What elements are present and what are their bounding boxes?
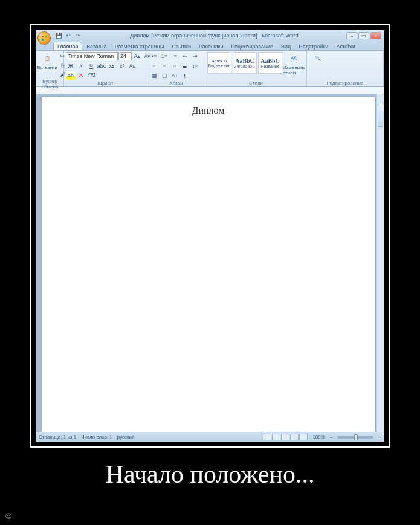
- maximize-button[interactable]: ▭: [358, 32, 369, 39]
- change-styles-icon: Ꜳ: [288, 52, 300, 64]
- tab-references[interactable]: Ссылки: [168, 42, 195, 50]
- tab-mailings[interactable]: Рассылки: [195, 42, 227, 50]
- italic-button[interactable]: К: [76, 62, 86, 70]
- style-name: Заголово...: [234, 64, 256, 68]
- group-clipboard-label: Буфер обмена: [38, 79, 62, 90]
- editing-button[interactable]: 🔍: [309, 52, 327, 64]
- align-right-icon[interactable]: ≡: [170, 62, 179, 70]
- style-emphasis[interactable]: AaBbCcI Выделение: [207, 52, 231, 74]
- view-draft[interactable]: [299, 434, 308, 440]
- line-spacing-icon[interactable]: ↕≡: [190, 62, 200, 70]
- view-buttons: [263, 434, 308, 440]
- tab-acrobat[interactable]: Acrobat: [333, 42, 359, 50]
- style-name: Выделение: [208, 64, 230, 68]
- zoom-out-icon[interactable]: –: [330, 434, 332, 440]
- word-window: 💾 ↶ ↷ Диплом [Режим ограниченной функцио…: [36, 30, 384, 442]
- view-full-screen[interactable]: [272, 434, 280, 440]
- zoom-slider-thumb[interactable]: [354, 434, 358, 440]
- status-words[interactable]: Число слов: 1: [81, 434, 112, 440]
- group-font-label: Шрифт: [66, 80, 145, 86]
- svg-rect-2: [42, 39, 44, 41]
- font-color-button[interactable]: A: [76, 71, 86, 80]
- find-icon: 🔍: [312, 52, 324, 64]
- subscript-button[interactable]: x₂: [107, 62, 117, 70]
- scroll-thumb[interactable]: [378, 103, 383, 127]
- status-language[interactable]: русский: [117, 434, 135, 440]
- ribbon-tabs: Главная Вставка Разметка страницы Ссылки…: [36, 41, 384, 51]
- decrease-indent-icon[interactable]: ⇤: [180, 52, 190, 60]
- sort-icon[interactable]: A↓: [170, 71, 179, 80]
- tab-page-layout[interactable]: Разметка страницы: [111, 42, 168, 50]
- style-name: Название: [260, 64, 279, 68]
- bullets-icon[interactable]: •≡: [149, 52, 159, 60]
- view-outline[interactable]: [290, 434, 299, 440]
- clipboard-icon: 📋: [41, 52, 53, 64]
- align-left-icon[interactable]: ≡: [149, 62, 159, 70]
- change-styles-label: Изменить стили: [283, 65, 305, 76]
- increase-indent-icon[interactable]: ⇥: [190, 52, 200, 60]
- document-area: demotivatorium.ru Диплом: [36, 94, 384, 432]
- multilevel-icon[interactable]: ⁝≡: [170, 52, 179, 60]
- minimize-button[interactable]: –: [346, 32, 357, 39]
- style-heading[interactable]: AaBbC Заголово...: [233, 52, 257, 74]
- font-name-combo[interactable]: Times New Roman: [66, 52, 118, 60]
- highlight-color-button[interactable]: ab: [66, 71, 76, 80]
- change-case-button[interactable]: Aa: [128, 62, 137, 70]
- underline-button[interactable]: Ч: [86, 62, 96, 70]
- change-styles-button[interactable]: Ꜳ Изменить стили: [283, 52, 304, 76]
- tab-home[interactable]: Главная: [53, 42, 82, 50]
- tab-addins[interactable]: Надстройки: [295, 42, 332, 50]
- ribbon: 📋 Вставить ✂ ⎘ 🖌 Буфер обмена Times New …: [36, 51, 384, 87]
- status-bar: Страница: 1 из 1 Число слов: 1 русский 1…: [36, 432, 384, 442]
- save-icon[interactable]: 💾: [54, 31, 63, 40]
- close-button[interactable]: ×: [370, 32, 381, 39]
- grow-font-icon[interactable]: A▴: [132, 52, 142, 60]
- undo-icon[interactable]: ↶: [64, 31, 73, 40]
- svg-rect-0: [42, 36, 44, 38]
- document-content[interactable]: Диплом: [42, 97, 375, 116]
- show-marks-icon[interactable]: ¶: [180, 71, 190, 80]
- title-bar: 💾 ↶ ↷ Диплом [Режим ограниченной функцио…: [36, 30, 384, 41]
- group-styles: AaBbCcI Выделение AaBbC Заголово... AaBb…: [205, 51, 307, 86]
- view-web-layout[interactable]: [281, 434, 289, 440]
- corner-smiley-icon: ☺: [4, 510, 13, 521]
- status-page[interactable]: Страница: 1 из 1: [39, 434, 76, 440]
- bold-button[interactable]: Ж: [66, 62, 76, 70]
- svg-rect-1: [45, 36, 47, 38]
- vertical-scrollbar[interactable]: [376, 94, 384, 432]
- paste-button[interactable]: 📋 Вставить: [38, 52, 56, 70]
- strike-button[interactable]: abc: [97, 62, 106, 70]
- justify-icon[interactable]: ≣: [180, 62, 190, 70]
- tab-review[interactable]: Рецензирование: [227, 42, 277, 50]
- zoom-slider[interactable]: [337, 436, 373, 439]
- document-page[interactable]: Диплом: [42, 97, 375, 432]
- office-button[interactable]: [37, 31, 51, 45]
- quick-access-toolbar: 💾 ↶ ↷: [54, 31, 82, 40]
- clear-formatting-icon[interactable]: ⌫: [86, 71, 96, 80]
- numbering-icon[interactable]: 1≡: [160, 52, 169, 60]
- style-preview: AaBbC: [260, 57, 280, 64]
- group-paragraph: •≡ 1≡ ⁝≡ ⇤ ⇥ ≡ ≡ ≡ ≣ ↕≡ ▦: [147, 51, 205, 86]
- zoom-in-icon[interactable]: +: [378, 434, 381, 440]
- tab-view[interactable]: Вид: [277, 42, 294, 50]
- redo-icon[interactable]: ↷: [74, 31, 82, 40]
- group-clipboard: 📋 Вставить ✂ ⎘ 🖌 Буфер обмена: [36, 51, 64, 86]
- horizontal-ruler[interactable]: [36, 87, 384, 94]
- font-size-combo[interactable]: 24: [118, 52, 132, 60]
- borders-icon[interactable]: ▢: [160, 71, 169, 80]
- svg-rect-3: [45, 39, 47, 41]
- zoom-level[interactable]: 100%: [312, 434, 325, 440]
- style-preview: AaBbCcI: [212, 59, 227, 64]
- style-preview: AaBbC: [235, 57, 254, 64]
- group-styles-label: Стили: [207, 80, 305, 86]
- group-editing: 🔍 Редактирование: [307, 51, 384, 86]
- group-font: Times New Roman 24 A▴ A▾ Ж К Ч abc x₂ x²…: [64, 51, 147, 86]
- tab-insert[interactable]: Вставка: [83, 42, 110, 50]
- style-title[interactable]: AaBbC Название: [258, 52, 282, 74]
- align-center-icon[interactable]: ≡: [160, 62, 169, 70]
- superscript-button[interactable]: x²: [117, 62, 127, 70]
- view-print-layout[interactable]: [263, 434, 271, 440]
- shading-icon[interactable]: ▦: [149, 71, 159, 80]
- group-paragraph-label: Абзац: [149, 80, 203, 86]
- window-title: Диплом [Режим ограниченной функционально…: [85, 33, 344, 39]
